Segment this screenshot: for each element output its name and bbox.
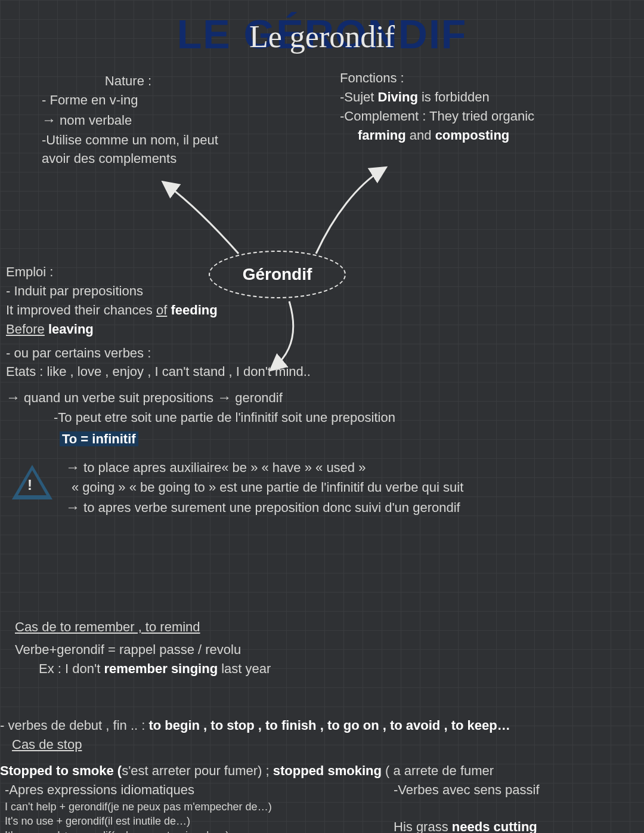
emploi-block: Emploi : - Induit par prepositions It im…	[6, 263, 638, 517]
nature-heading: Nature :	[42, 72, 215, 91]
emploi-ex1: It improved their chances of feeding	[6, 301, 638, 320]
debut-block: - verbes de debut , fin .. : to begin , …	[0, 716, 644, 780]
emploi-verbes: - ou par certains verbes :	[6, 344, 638, 363]
debut-stop: Stopped to smoke (s'est arreter pour fum…	[0, 761, 644, 780]
fonctions-heading: Fonctions :	[340, 69, 638, 88]
emploi-prep: - Induit par prepositions	[6, 282, 638, 301]
nature-line3: -Utilise comme un nom, il peut avoir des…	[42, 131, 239, 169]
remember-ex: Ex : I don't remember singing last year	[15, 659, 635, 678]
passif-block: -Verbes avec sens passif His grass needs…	[394, 780, 638, 833]
emploi-apres: → to apres verbe surement une prepositio…	[6, 497, 638, 518]
debut-cas: Cas de stop	[0, 735, 644, 754]
emploi-etats: Etats : like , love , enjoy , I can't st…	[6, 362, 638, 381]
passif-ex1: His grass needs cutting	[394, 817, 638, 833]
nature-line2: → nom verbale	[42, 110, 292, 131]
emploi-going: « going » « be going to » est une partie…	[6, 478, 471, 497]
fonctions-complement-2: farming and composting	[340, 126, 638, 145]
emploi-aux: → to place apres auxiliaire« be » « have…	[6, 457, 638, 478]
nature-line1: - Forme en v-ing	[42, 91, 292, 110]
warning-icon-inner	[18, 470, 47, 495]
nature-block: Nature : - Forme en v-ing → nom verbale …	[42, 72, 292, 168]
emploi-rule: → quand un verbe suit prepositions → ger…	[6, 387, 638, 408]
emploi-heading: Emploi :	[6, 263, 638, 282]
remember-cas: Cas de to remember , to remind	[15, 618, 635, 637]
warning-exclamation: !	[27, 477, 32, 493]
debut-line: - verbes de debut , fin .. : to begin , …	[0, 716, 644, 735]
emploi-to-inf: To = infinitif	[6, 430, 638, 449]
fonctions-sujet: -Sujet Diving is forbidden	[340, 88, 638, 107]
remember-rule: Verbe+gerondif = rappel passe / revolu	[15, 640, 635, 659]
emploi-to-note: -To peut etre soit une partie de l'infin…	[6, 408, 638, 427]
idiom-list: I can't help + gerondif(je ne peux pas m…	[5, 800, 386, 833]
passif-heading: -Verbes avec sens passif	[394, 780, 638, 800]
idiom-heading: -Apres expressions idiomatiques	[5, 780, 386, 800]
emploi-ex2: Before leaving	[6, 320, 638, 339]
remember-block: Cas de to remember , to remind Verbe+ger…	[15, 618, 635, 678]
page-title: Le gerondif	[0, 19, 644, 54]
idiom-block: -Apres expressions idiomatiques I can't …	[5, 780, 386, 833]
fonctions-complement: -Complement : They tried organic	[340, 107, 638, 126]
fonctions-block: Fonctions : -Sujet Diving is forbidden -…	[340, 69, 638, 145]
